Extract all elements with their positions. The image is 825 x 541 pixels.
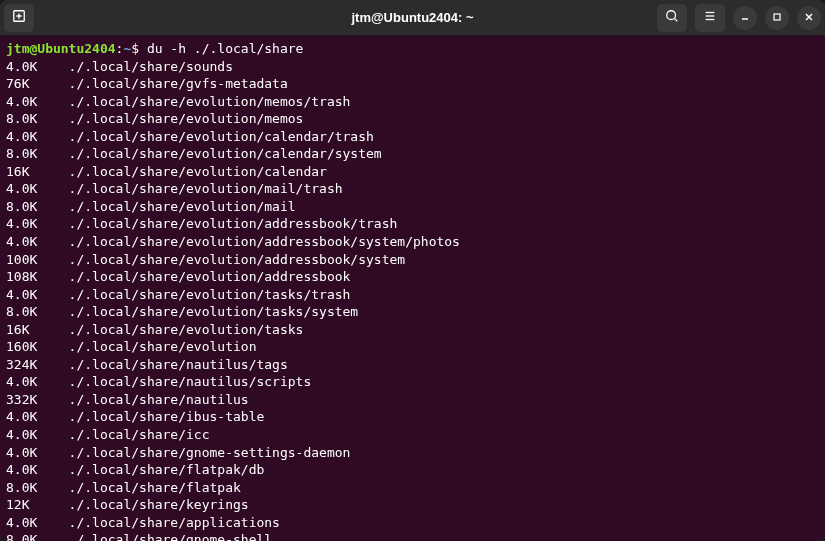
- output-line: 4.0K ./.local/share/flatpak/db: [6, 461, 819, 479]
- output-line: 324K ./.local/share/nautilus/tags: [6, 356, 819, 374]
- maximize-button[interactable]: [765, 6, 789, 30]
- output-line: 8.0K ./.local/share/evolution/mail: [6, 198, 819, 216]
- svg-line-4: [675, 19, 678, 22]
- search-icon: [665, 9, 679, 26]
- minimize-button[interactable]: [733, 6, 757, 30]
- output-line: 12K ./.local/share/keyrings: [6, 496, 819, 514]
- minimize-icon: [740, 10, 750, 25]
- titlebar-left: [4, 4, 34, 32]
- output-line: 4.0K ./.local/share/applications: [6, 514, 819, 532]
- output-line: 100K ./.local/share/evolution/addressboo…: [6, 251, 819, 269]
- output-line: 4.0K ./.local/share/gnome-settings-daemo…: [6, 444, 819, 462]
- svg-rect-9: [774, 14, 780, 20]
- command-text: du -h ./.local/share: [147, 41, 304, 56]
- output-line: 4.0K ./.local/share/evolution/memos/tras…: [6, 93, 819, 111]
- maximize-icon: [772, 10, 782, 25]
- hamburger-icon: [703, 9, 717, 26]
- command-line: jtm@Ubuntu2404:~$ du -h ./.local/share: [6, 40, 819, 58]
- output-line: 8.0K ./.local/share/evolution/tasks/syst…: [6, 303, 819, 321]
- terminal-body[interactable]: jtm@Ubuntu2404:~$ du -h ./.local/share 4…: [0, 36, 825, 541]
- output-line: 4.0K ./.local/share/evolution/addressboo…: [6, 233, 819, 251]
- output-line: 8.0K ./.local/share/evolution/calendar/s…: [6, 145, 819, 163]
- output-line: 8.0K ./.local/share/flatpak: [6, 479, 819, 497]
- output-line: 8.0K ./.local/share/evolution/memos: [6, 110, 819, 128]
- output-line: 160K ./.local/share/evolution: [6, 338, 819, 356]
- new-tab-button[interactable]: [4, 4, 34, 32]
- svg-point-3: [667, 11, 676, 20]
- output-line: 4.0K ./.local/share/sounds: [6, 58, 819, 76]
- output-line: 8.0K ./.local/share/gnome-shell: [6, 531, 819, 541]
- output-line: 4.0K ./.local/share/evolution/calendar/t…: [6, 128, 819, 146]
- output-line: 4.0K ./.local/share/evolution/mail/trash: [6, 180, 819, 198]
- output-line: 16K ./.local/share/evolution/calendar: [6, 163, 819, 181]
- titlebar-right: [657, 4, 821, 32]
- close-icon: [804, 10, 814, 25]
- output-line: 4.0K ./.local/share/icc: [6, 426, 819, 444]
- output-line: 108K ./.local/share/evolution/addressboo…: [6, 268, 819, 286]
- output-line: 4.0K ./.local/share/evolution/tasks/tras…: [6, 286, 819, 304]
- output-line: 4.0K ./.local/share/evolution/addressboo…: [6, 215, 819, 233]
- close-button[interactable]: [797, 6, 821, 30]
- terminal-window: jtm@Ubuntu2404: ~: [0, 0, 825, 541]
- output-line: 332K ./.local/share/nautilus: [6, 391, 819, 409]
- output-line: 4.0K ./.local/share/nautilus/scripts: [6, 373, 819, 391]
- output-line: 76K ./.local/share/gvfs-metadata: [6, 75, 819, 93]
- output-line: 4.0K ./.local/share/ibus-table: [6, 408, 819, 426]
- menu-button[interactable]: [695, 4, 725, 32]
- prompt-user: jtm@Ubuntu2404: [6, 41, 116, 56]
- prompt-sep2: $: [131, 41, 147, 56]
- output-container: 4.0K ./.local/share/sounds76K ./.local/s…: [6, 58, 819, 541]
- new-tab-icon: [12, 9, 26, 26]
- search-button[interactable]: [657, 4, 687, 32]
- titlebar: jtm@Ubuntu2404: ~: [0, 0, 825, 36]
- output-line: 16K ./.local/share/evolution/tasks: [6, 321, 819, 339]
- window-title: jtm@Ubuntu2404: ~: [351, 10, 473, 25]
